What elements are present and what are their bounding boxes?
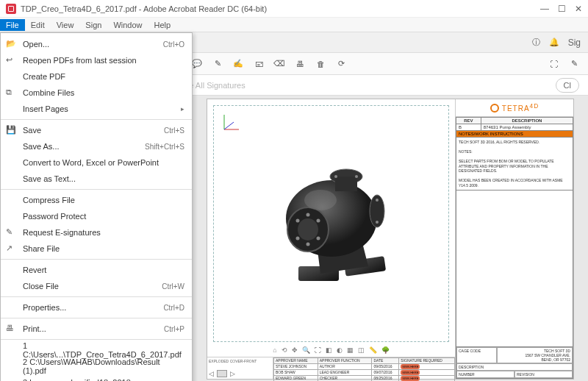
col-sig: SIGNATURE REQUIRED xyxy=(399,358,455,364)
menu-sign[interactable]: Sign xyxy=(79,19,107,31)
svg-point-12 xyxy=(306,213,309,217)
title-block: TETRA4D REVDESCRIPTION B874631 Pump Asse… xyxy=(456,99,573,379)
vt-measure-icon[interactable]: 📏 xyxy=(369,346,377,354)
approval-table: APPROVER NAMEAPPROVER FUNCTIONDATESIGNAT… xyxy=(273,357,455,381)
axes-icon xyxy=(220,111,243,133)
stamp-icon[interactable]: 🖃 xyxy=(252,57,265,71)
file-convert[interactable]: Convert to Word, Excel or PowerPoint xyxy=(1,154,192,171)
thumbnail-icon[interactable] xyxy=(217,370,227,377)
cage-revision-label: REVISION xyxy=(514,371,573,378)
file-close[interactable]: Close FileCtrl+W xyxy=(1,278,192,294)
notes-header: NOTES/WORK INSTRUCTIONS xyxy=(456,131,573,138)
vt-pan-icon[interactable]: ✥ xyxy=(292,346,298,354)
prev-view-icon[interactable]: ◁ xyxy=(209,370,214,377)
erase-icon[interactable]: ⌫ xyxy=(273,57,286,71)
cage-addr2: BEND, OR 97702 xyxy=(499,357,570,362)
table-row: BOB SHAWLEAD ENGINEER09/07/2016SIGN HERE xyxy=(274,370,455,376)
notes-line: TECH SOFT 3D 2016, ALL RIGHTS RESERVED. xyxy=(459,140,570,145)
file-open[interactable]: 📂Open...Ctrl+O xyxy=(1,36,192,52)
file-reopen[interactable]: ↩Reopen PDFs from last session xyxy=(1,52,192,68)
menu-view[interactable]: View xyxy=(51,19,80,31)
signin-link[interactable]: Sig xyxy=(568,38,581,48)
sign-field[interactable]: SIGN HERE xyxy=(401,364,420,369)
menu-help[interactable]: Help xyxy=(148,19,177,31)
cover-label: COVER-FRONT xyxy=(230,359,257,363)
delete-icon[interactable]: 🗑 xyxy=(314,57,327,71)
file-password-protect[interactable]: Password Protect xyxy=(1,208,192,224)
viewport-toolbar: ⌂ ⟲ ✥ 🔍 ⛶ ◧ ◐ ▦ ◫ 📏 🌳 xyxy=(207,343,455,357)
vt-zoom-icon[interactable]: 🔍 xyxy=(302,346,310,354)
separator xyxy=(1,259,192,260)
svg-point-10 xyxy=(295,237,299,241)
history-icon: ↩ xyxy=(6,55,16,65)
file-save-as-text[interactable]: Save as Text... xyxy=(1,171,192,187)
cage-desc-label: DESCRIPTION xyxy=(456,363,573,371)
sign-field[interactable]: SIGN HERE xyxy=(401,370,420,375)
file-insert-pages[interactable]: Insert Pages▸ xyxy=(1,101,192,117)
file-save[interactable]: 💾SaveCtrl+S xyxy=(1,122,192,138)
vt-rotate-icon[interactable]: ⟲ xyxy=(282,346,287,354)
more-icon[interactable]: ✎ xyxy=(567,57,581,71)
file-recent-2[interactable]: 2 C:\Users\WAHAB\Downloads\Result (1).pd… xyxy=(1,358,192,374)
folder-open-icon: 📂 xyxy=(6,39,16,49)
vt-fit-icon[interactable]: ⛶ xyxy=(315,346,321,354)
sign-icon[interactable]: ✍ xyxy=(232,57,245,71)
save-icon: 💾 xyxy=(6,125,16,135)
separator xyxy=(1,318,192,318)
menu-file[interactable]: File xyxy=(0,19,25,31)
file-request-esignatures[interactable]: ✎Request E-signatures xyxy=(1,224,192,241)
svg-point-16 xyxy=(334,175,337,178)
share-icon[interactable]: ⛶ xyxy=(547,57,560,71)
file-recent-1[interactable]: 1 C:\Users\...\TDP_Creo_Tetra4D_6_2017.p… xyxy=(1,342,192,358)
print-icon[interactable]: 🖶 xyxy=(293,57,306,71)
pump-model[interactable] xyxy=(251,149,412,296)
separator xyxy=(1,339,192,340)
approval-panel: EXPLODED COVER-FRONT ◁▷ APPROVER NAMEAPP… xyxy=(207,357,455,379)
file-save-as[interactable]: Save As...Shift+Ctrl+S xyxy=(1,138,192,154)
file-share[interactable]: ↗Share File xyxy=(1,241,192,257)
maximize-button[interactable]: ☐ xyxy=(558,4,566,14)
vt-tree-icon[interactable]: 🌳 xyxy=(381,346,390,354)
titlebar: TDP_Creo_Tetra4D_6_2017.pdf - Adobe Acro… xyxy=(0,0,588,18)
vt-iso-icon[interactable]: ◧ xyxy=(326,346,332,354)
desc-header: DESCRIPTION xyxy=(481,118,573,124)
svg-point-13 xyxy=(306,243,309,246)
next-view-icon[interactable]: ▷ xyxy=(230,370,235,377)
svg-point-7 xyxy=(298,218,318,241)
table-row: STEVE JOHNSONAUTHOR09/05/2016SIGN HERE xyxy=(274,364,455,370)
file-print[interactable]: 🖶Print...Ctrl+P xyxy=(1,321,192,337)
model-viewport[interactable]: ⌂ ⟲ ✥ 🔍 ⛶ ◧ ◐ ▦ ◫ 📏 🌳 EXPLODED COVER-FRO… xyxy=(207,99,456,379)
rotate-icon[interactable]: ⟳ xyxy=(334,57,348,71)
file-compress[interactable]: Compress File xyxy=(1,192,192,208)
svg-point-20 xyxy=(376,221,379,224)
vt-home-icon[interactable]: ⌂ xyxy=(273,346,276,354)
file-properties[interactable]: Properties...Ctrl+D xyxy=(1,299,192,316)
bell-icon[interactable]: 🔔 xyxy=(549,38,559,47)
separator xyxy=(1,119,192,120)
revision-table: REVDESCRIPTION B874631 Pump Assembly xyxy=(456,117,573,131)
file-revert[interactable]: Revert xyxy=(1,262,192,278)
combine-icon: ⧉ xyxy=(6,88,16,98)
help-icon[interactable]: ⓘ xyxy=(532,37,540,48)
vt-shade-icon[interactable]: ◐ xyxy=(337,346,343,354)
menu-edit[interactable]: Edit xyxy=(25,19,51,31)
file-recent-3[interactable]: 3 homeacrordrunified18_2018 xyxy=(1,374,192,381)
acrobat-logo-icon xyxy=(6,4,16,14)
minimize-button[interactable]: — xyxy=(540,4,549,14)
svg-point-17 xyxy=(355,175,358,178)
close-button[interactable]: ✕ xyxy=(575,4,582,14)
svg-point-11 xyxy=(316,237,320,241)
print-icon: 🖶 xyxy=(6,324,16,334)
file-create-pdf[interactable]: Create PDF xyxy=(1,68,192,85)
highlight-icon[interactable]: ✎ xyxy=(211,57,224,71)
pdf-page: ⌂ ⟲ ✥ 🔍 ⛶ ◧ ◐ ▦ ◫ 📏 🌳 EXPLODED COVER-FRO… xyxy=(207,99,574,380)
vt-section-icon[interactable]: ◫ xyxy=(358,346,365,354)
chevron-right-icon: ▸ xyxy=(181,105,184,113)
file-combine[interactable]: ⧉Combine Files xyxy=(1,85,192,101)
sign-field[interactable]: SIGN HERE xyxy=(401,376,420,381)
cage-block: CAGE CODETECH SOFT 3D1567 SW CHANDLER AV… xyxy=(456,346,573,379)
vt-wire-icon[interactable]: ▦ xyxy=(347,346,354,354)
close-panel-button[interactable]: Cl xyxy=(556,78,579,93)
table-row: EDWARD GREENCHECKER08/25/2016SIGN HERE xyxy=(274,376,455,382)
menu-window[interactable]: Window xyxy=(107,19,148,31)
